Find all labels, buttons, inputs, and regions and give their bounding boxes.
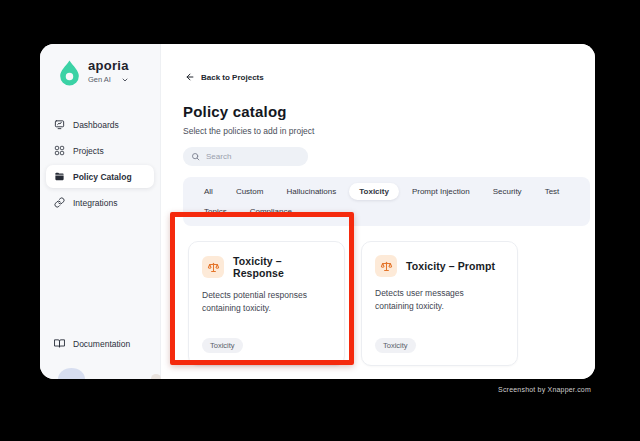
tab-prompt-injection[interactable]: Prompt Injection <box>402 183 480 200</box>
sidebar-item-projects[interactable]: Projects <box>46 139 154 162</box>
sidebar-item-label: Policy Catalog <box>73 172 132 182</box>
card-tag: Toxicity <box>375 338 416 353</box>
card-description: Detects potential responses containing t… <box>202 289 331 315</box>
tab-compliance[interactable]: Compliance <box>240 203 302 220</box>
tab-hallucinations[interactable]: Hallucinations <box>276 183 346 200</box>
book-icon <box>54 338 65 349</box>
sidebar-item-label: Dashboards <box>73 120 119 130</box>
link-icon <box>54 197 65 208</box>
tab-toxicity[interactable]: Toxicity <box>349 183 399 200</box>
arrow-left-icon <box>185 72 195 82</box>
sidebar-footer: Documentation <box>40 332 160 379</box>
tab-custom[interactable]: Custom <box>226 183 274 200</box>
policy-cards: Toxicity – Response Detects potential re… <box>188 241 595 366</box>
small-bubble <box>151 374 161 379</box>
sidebar-item-documentation[interactable]: Documentation <box>46 332 154 355</box>
sidebar-item-dashboards[interactable]: Dashboards <box>46 113 154 136</box>
card-description: Detects user messages containing toxicit… <box>375 287 504 313</box>
projects-grid-icon <box>54 145 65 156</box>
dashboard-icon <box>54 119 65 130</box>
card-header: Toxicity – Prompt <box>375 255 504 277</box>
card-header: Toxicity – Response <box>202 255 331 279</box>
search-icon <box>191 152 200 161</box>
app-window: aporia Gen AI Dashboards <box>40 44 595 379</box>
filter-tabs: All Custom Hallucinations Toxicity Promp… <box>183 177 590 226</box>
watermark-text: Screenshot by Xnapper.com <box>498 386 591 393</box>
sidebar-item-label: Integrations <box>73 198 117 208</box>
back-link-label: Back to Projects <box>201 73 264 82</box>
aporia-logo-icon <box>57 59 82 87</box>
brand: aporia Gen AI <box>40 59 160 87</box>
chevron-down-icon <box>121 76 129 84</box>
sidebar-item-policy-catalog[interactable]: Policy Catalog <box>46 165 154 188</box>
tab-all[interactable]: All <box>194 183 223 200</box>
brand-text: aporia Gen AI <box>88 59 129 84</box>
card-title: Toxicity – Prompt <box>406 260 495 272</box>
workspace-name: Gen AI <box>88 75 111 84</box>
tab-topics[interactable]: Topics <box>194 203 237 220</box>
sidebar-item-label: Documentation <box>73 339 130 349</box>
search-box[interactable] <box>183 147 308 166</box>
page-subtitle: Select the policies to add in project <box>183 126 595 136</box>
tab-test[interactable]: Test <box>535 183 570 200</box>
scales-icon <box>375 255 397 277</box>
card-title: Toxicity – Response <box>233 255 331 279</box>
policy-card-toxicity-response[interactable]: Toxicity – Response Detects potential re… <box>188 241 345 366</box>
card-tag: Toxicity <box>202 338 243 353</box>
sidebar-nav: Dashboards Projects Policy Catalog Integ… <box>40 99 160 214</box>
sidebar: aporia Gen AI Dashboards <box>40 44 161 379</box>
sidebar-item-integrations[interactable]: Integrations <box>46 191 154 214</box>
policy-card-toxicity-prompt[interactable]: Toxicity – Prompt Detects user messages … <box>361 241 518 366</box>
folder-icon <box>54 171 65 182</box>
sidebar-item-label: Projects <box>73 146 104 156</box>
page-title: Policy catalog <box>183 103 595 120</box>
tab-security[interactable]: Security <box>483 183 532 200</box>
main-content: Back to Projects Policy catalog Select t… <box>161 44 595 379</box>
back-to-projects-link[interactable]: Back to Projects <box>185 72 264 82</box>
workspace-switcher[interactable]: Gen AI <box>88 75 129 84</box>
search-input[interactable] <box>206 152 300 161</box>
scales-icon <box>202 256 224 278</box>
brand-name: aporia <box>88 59 129 73</box>
